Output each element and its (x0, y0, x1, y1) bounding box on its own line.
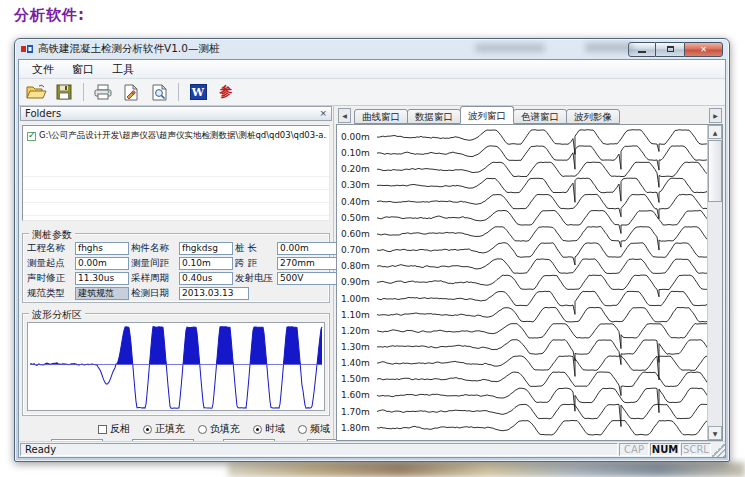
background-photo-strip (228, 462, 745, 477)
depth-label: 1.80m (341, 423, 370, 433)
preview-button[interactable] (146, 81, 172, 104)
right-pane: ◀ 曲线窗口数据窗口波列窗口色谱窗口波列影像 ▶ 0.00m0.10m0.20m… (336, 106, 725, 441)
close-button[interactable]: ✕ (684, 42, 723, 57)
print-setup-button[interactable] (118, 81, 144, 104)
folders-title: Folders (25, 108, 61, 119)
wave-list-canvas: 0.00m0.10m0.20m0.30m0.40m0.50m0.60m0.70m… (337, 125, 712, 442)
depth-label: 1.70m (341, 407, 370, 417)
tab-scroll-left-button[interactable]: ◀ (338, 108, 351, 123)
glass-reflection (475, 44, 545, 52)
tab-2[interactable]: 波列窗口 (460, 106, 514, 124)
menu-item-tools[interactable]: 工具 (103, 60, 143, 79)
radio-selected-icon[interactable] (253, 425, 262, 434)
checked-checkbox-icon[interactable] (27, 132, 36, 141)
wave-trace (377, 227, 709, 251)
page-setup-icon (122, 84, 140, 101)
unchecked-checkbox-icon[interactable] (98, 425, 107, 434)
wave-trace (377, 275, 709, 297)
app-window: 高铁建混凝土检测分析软件V1.0—测桩 ✕ 文件 窗口 工具 (14, 38, 730, 462)
wave-trace (377, 420, 709, 435)
param-input[interactable]: 500V (277, 272, 337, 285)
tree-row-lines (23, 164, 329, 220)
open-button[interactable] (23, 81, 49, 104)
param-label: 测量间距 (131, 257, 177, 270)
param-icon: 参 (220, 83, 233, 101)
param-input[interactable]: 0.00m (75, 257, 129, 270)
param-label: 声时修正 (27, 272, 73, 285)
status-bar: Ready CAPNUMSCRL (19, 441, 725, 457)
param-input[interactable]: 建筑规范 (75, 287, 129, 300)
waveform-analysis-canvas (27, 322, 325, 411)
left-pane: Folders × G:\公司产品设计开发\超声仪器\超声仪实地检测数据\测桩q… (19, 106, 334, 441)
tab-4[interactable]: 波列影像 (566, 109, 620, 124)
close-icon: ✕ (700, 45, 707, 54)
tree-item[interactable]: G:\公司产品设计开发\超声仪器\超声仪实地检测数据\测桩qd\qd03\qd0… (23, 126, 329, 142)
time-domain-option[interactable]: 时域 (253, 422, 285, 436)
params-group-title: 测桩参数 (29, 228, 75, 242)
folder-tree[interactable]: G:\公司产品设计开发\超声仪器\超声仪实地检测数据\测桩qd\qd03\qd0… (22, 125, 330, 221)
status-message: Ready (20, 443, 618, 456)
tab-strip: ◀ 曲线窗口数据窗口波列窗口色谱窗口波列影像 ▶ (336, 106, 725, 124)
param-input[interactable]: 0.00m (277, 242, 337, 255)
param-input[interactable]: 2013.03.13 (179, 287, 249, 300)
tab-0[interactable]: 曲线窗口 (354, 109, 408, 124)
toolbar-separator (83, 83, 84, 101)
depth-label: 1.60m (341, 390, 370, 400)
scroll-up-button[interactable]: ▲ (708, 125, 722, 139)
print-button[interactable] (90, 81, 116, 104)
param-row: 工程名称fhghs构件名称fhgkdsg桩 长0.00m (27, 241, 326, 256)
wave-trace (377, 130, 709, 155)
radio-unselected-icon[interactable] (298, 425, 307, 434)
status-indicator-cap: CAP (619, 443, 649, 456)
invert-label: 反相 (110, 422, 130, 436)
minimize-icon (638, 51, 646, 53)
fill-negative-option[interactable]: 负填充 (198, 422, 240, 436)
fill-positive-label: 正填充 (155, 422, 185, 436)
maximize-icon (667, 46, 674, 52)
param-label: 跨 距 (235, 257, 275, 270)
wave-trace (377, 388, 709, 413)
param-input[interactable]: 0.10m (179, 257, 233, 270)
tab-3[interactable]: 色谱窗口 (513, 109, 567, 124)
param-input[interactable]: fhgkdsg (179, 242, 233, 255)
param-input[interactable]: fhghs (75, 242, 129, 255)
print-preview-icon (151, 84, 168, 101)
depth-label: 1.40m (341, 358, 370, 368)
word-export-button[interactable]: W (185, 81, 211, 104)
scrollbar-thumb[interactable] (708, 140, 722, 202)
save-button[interactable] (51, 81, 77, 104)
scroll-down-button[interactable]: ▼ (708, 426, 722, 440)
title-bar[interactable]: 高铁建混凝土检测分析软件V1.0—测桩 ✕ (15, 39, 729, 59)
wave-trace (377, 307, 709, 322)
invert-option[interactable]: 反相 (98, 422, 130, 436)
toolbar-separator (178, 83, 179, 101)
depth-label: 1.10m (341, 310, 370, 320)
depth-label: 0.50m (341, 213, 370, 223)
param-input[interactable]: 0.40us (179, 272, 233, 285)
fill-positive-option[interactable]: 正填充 (143, 422, 185, 436)
glass-reflection (585, 43, 633, 52)
tab-scroll-right-button[interactable]: ▶ (709, 108, 722, 123)
time-domain-label: 时域 (265, 422, 285, 436)
arrow-up-icon: ▲ (713, 129, 718, 136)
freq-domain-option[interactable]: 频域 (298, 422, 330, 436)
resize-grip[interactable] (712, 442, 725, 457)
page-heading: 分析软件: (14, 6, 85, 25)
wave-trace (377, 356, 709, 380)
maximize-button[interactable] (656, 42, 684, 57)
param-button[interactable]: 参 (213, 81, 239, 104)
depth-label: 1.50m (341, 374, 370, 384)
menu-item-file[interactable]: 文件 (23, 60, 63, 79)
vertical-scrollbar[interactable]: ▲ ▼ (707, 125, 722, 440)
status-indicator-scrl: SCRL (681, 443, 711, 456)
radio-unselected-icon[interactable] (198, 425, 207, 434)
radio-selected-icon[interactable] (143, 425, 152, 434)
param-input[interactable]: 270mm (277, 257, 337, 270)
tab-1[interactable]: 数据窗口 (407, 109, 461, 124)
depth-label: 1.30m (341, 342, 370, 352)
menu-item-window[interactable]: 窗口 (63, 60, 103, 79)
param-row: 声时修正11.30us采样周期0.40us发射电压500V (27, 271, 326, 286)
menu-bar: 文件 窗口 工具 (19, 60, 725, 79)
param-input[interactable]: 11.30us (75, 272, 129, 285)
folders-close-button[interactable]: × (319, 109, 327, 118)
